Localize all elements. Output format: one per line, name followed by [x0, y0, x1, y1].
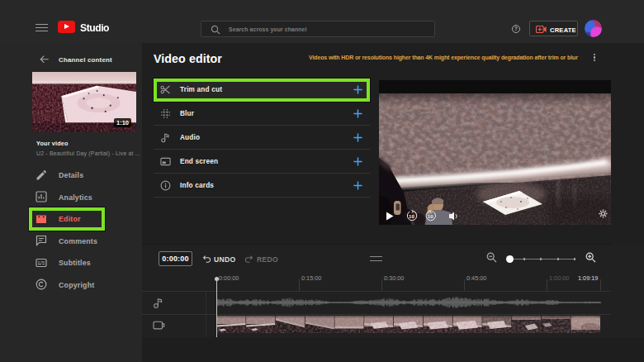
svg-text:10: 10 — [428, 214, 433, 219]
svg-text:10: 10 — [409, 214, 414, 219]
